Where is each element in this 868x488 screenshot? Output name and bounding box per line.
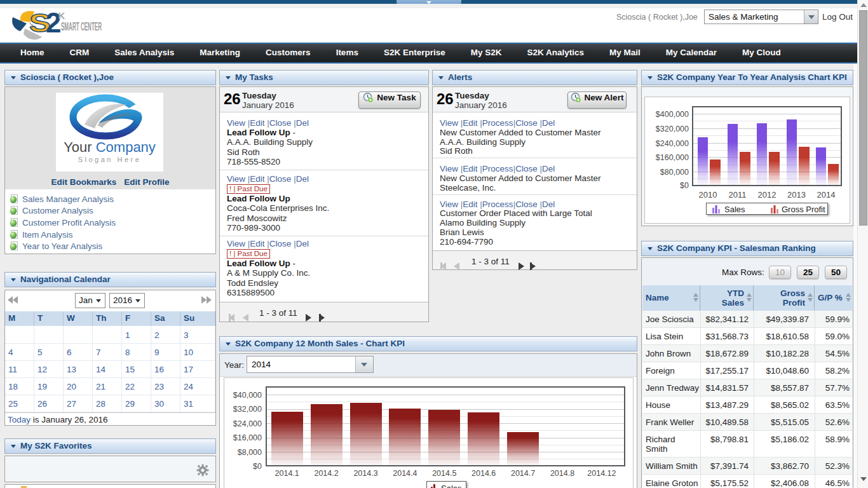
svg-text:SMART CENTER: SMART CENTER [61,20,102,33]
svg-text:K: K [58,10,65,21]
